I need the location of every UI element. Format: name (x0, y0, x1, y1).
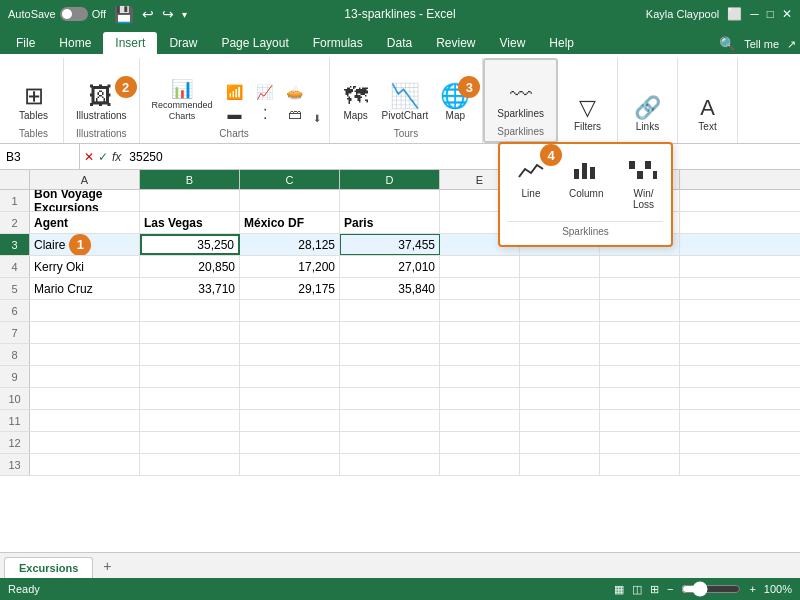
close-btn[interactable]: ✕ (782, 7, 792, 21)
tab-insert[interactable]: Insert (103, 32, 157, 54)
spreadsheet: A B C D E F G 1 Bon Voyage Excursions 2 … (0, 170, 800, 552)
cell-c1[interactable] (240, 190, 340, 211)
table-row: 13 (0, 454, 800, 476)
cell-e4[interactable] (440, 256, 520, 277)
illustrations-button[interactable]: 🖼 Illustrations (72, 82, 131, 124)
autosave-toggle[interactable] (60, 7, 88, 21)
cell-b4[interactable]: 20,850 (140, 256, 240, 277)
row-num-10: 10 (0, 388, 30, 409)
sparklines-button[interactable]: 〰 Sparklines (493, 82, 548, 122)
charts-combo-btn[interactable]: 🗃 (281, 104, 309, 124)
tab-view[interactable]: View (488, 32, 538, 54)
redo-btn[interactable]: ↪ (162, 6, 174, 22)
col-header-c[interactable]: C (240, 170, 340, 189)
formula-input[interactable] (125, 150, 800, 164)
tab-review[interactable]: Review (424, 32, 487, 54)
cell-e5[interactable] (440, 278, 520, 299)
fx-btn[interactable]: fx (112, 150, 121, 164)
confirm-btn[interactable]: ✓ (98, 150, 108, 164)
zoom-plus-btn[interactable]: + (749, 583, 755, 595)
charts-bar-btn[interactable]: ▬ (221, 104, 249, 124)
cell-f5[interactable] (520, 278, 600, 299)
3dmap-button[interactable]: 🌐 Map (436, 82, 474, 124)
charts-expand-icon[interactable]: ⬇ (313, 113, 321, 124)
charts-scatter-btn[interactable]: ⁚ (251, 104, 279, 124)
minimize-btn[interactable]: ─ (750, 7, 759, 21)
sparklines-group-label: Sparklines (497, 126, 544, 139)
cell-d2[interactable]: Paris (340, 212, 440, 233)
cancel-btn[interactable]: ✕ (84, 150, 94, 164)
quick-access-more[interactable]: ▾ (182, 9, 187, 20)
table-row: 7 (0, 322, 800, 344)
cell-d5[interactable]: 35,840 (340, 278, 440, 299)
text-button[interactable]: A Text (690, 95, 726, 135)
text-group-content: A Text (690, 60, 726, 139)
page-break-view-icon[interactable]: ⊞ (650, 583, 659, 596)
tab-page-layout[interactable]: Page Layout (209, 32, 300, 54)
cell-f4[interactable] (520, 256, 600, 277)
normal-view-icon[interactable]: ▦ (614, 583, 624, 596)
cell-b2[interactable]: Las Vegas (140, 212, 240, 233)
ribbon-group-text: A Text (678, 58, 738, 143)
tables-group-label: Tables (19, 128, 48, 141)
search-icon[interactable]: 🔍 (719, 36, 736, 52)
cell-a5[interactable]: Mario Cruz (30, 278, 140, 299)
col-header-a[interactable]: A (30, 170, 140, 189)
tab-home[interactable]: Home (47, 32, 103, 54)
ready-status: Ready (8, 583, 40, 595)
col-header-b[interactable]: B (140, 170, 240, 189)
cell-d3[interactable]: 37,455 (340, 234, 440, 255)
maps-button[interactable]: 🗺 Maps (338, 82, 374, 124)
svg-rect-3 (629, 161, 635, 169)
tab-formulas[interactable]: Formulas (301, 32, 375, 54)
illustrations-group-label: Illustrations (76, 128, 127, 141)
tab-draw[interactable]: Draw (157, 32, 209, 54)
col-header-d[interactable]: D (340, 170, 440, 189)
cell-c4[interactable]: 17,200 (240, 256, 340, 277)
undo-btn[interactable]: ↩ (142, 6, 154, 22)
tables-button[interactable]: ⊞ Tables (15, 82, 52, 124)
recommended-charts-button[interactable]: 📊 Recommended Charts (148, 78, 217, 124)
tab-help[interactable]: Help (537, 32, 586, 54)
cell-c5[interactable]: 29,175 (240, 278, 340, 299)
sheet-tab-excursions[interactable]: Excursions (4, 557, 93, 578)
charts-col-btn[interactable]: 📶 (221, 82, 249, 102)
zoom-minus-btn[interactable]: − (667, 583, 673, 595)
tab-file[interactable]: File (4, 32, 47, 54)
charts-pie-btn[interactable]: 🥧 (281, 82, 309, 102)
table-row: 8 (0, 344, 800, 366)
cell-g4[interactable] (600, 256, 680, 277)
tab-data[interactable]: Data (375, 32, 424, 54)
add-sheet-btn[interactable]: + (95, 554, 119, 578)
sparklines-winloss-btn[interactable]: Win/ Loss (618, 152, 668, 217)
cell-a2[interactable]: Agent (30, 212, 140, 233)
cell-d1[interactable] (340, 190, 440, 211)
cell-b5[interactable]: 33,710 (140, 278, 240, 299)
cell-g5[interactable] (600, 278, 680, 299)
ribbon-group-tables: ⊞ Tables Tables (4, 58, 64, 143)
maximize-btn[interactable]: □ (767, 7, 774, 21)
name-box[interactable]: B3 (0, 144, 80, 169)
zoom-slider[interactable] (681, 581, 741, 597)
table-row: 4 Kerry Oki 20,850 17,200 27,010 (0, 256, 800, 278)
share-btn[interactable]: ↗ (787, 38, 796, 51)
cell-c2[interactable]: México DF (240, 212, 340, 233)
cell-a3[interactable]: Claire 1 (30, 234, 140, 255)
cell-a4[interactable]: Kerry Oki (30, 256, 140, 277)
sparklines-icon: 〰 (510, 84, 532, 106)
cell-b3[interactable]: 35,250 (140, 234, 240, 255)
charts-line-btn[interactable]: 📈 (251, 82, 279, 102)
pivotchart-button[interactable]: 📉 PivotChart (378, 82, 433, 124)
cell-c3[interactable]: 28,125 (240, 234, 340, 255)
sparklines-column-btn[interactable]: Column (560, 152, 612, 217)
filters-button[interactable]: ▽ Filters (570, 95, 606, 135)
tell-me-input[interactable]: Tell me (744, 38, 779, 50)
page-layout-view-icon[interactable]: ◫ (632, 583, 642, 596)
sparklines-line-btn[interactable]: Line (508, 152, 554, 206)
save-icon[interactable]: 💾 (114, 5, 134, 24)
cell-d4[interactable]: 27,010 (340, 256, 440, 277)
cell-a1[interactable]: Bon Voyage Excursions (30, 190, 140, 211)
links-button[interactable]: 🔗 Links (630, 95, 666, 135)
cell-b1[interactable] (140, 190, 240, 211)
ribbon-display-btn[interactable]: ⬜ (727, 7, 742, 21)
